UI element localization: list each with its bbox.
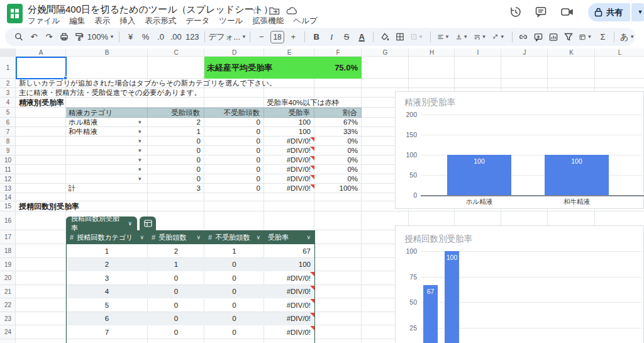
column-header-L[interactable]: L xyxy=(595,48,644,57)
semen-cell-conceived[interactable]: 0 xyxy=(148,146,201,155)
ai-cell-not-conceived[interactable]: 0 xyxy=(204,258,264,271)
row-header-21[interactable]: 21 xyxy=(0,285,16,298)
row-header-1[interactable]: 1 xyxy=(0,57,16,79)
semen-cell-rate[interactable]: #DIV/0! xyxy=(264,155,311,165)
text-rotation-icon[interactable]: ▼ xyxy=(491,30,506,44)
row-header-24[interactable]: 24 xyxy=(0,325,16,339)
star-icon[interactable]: ☆ xyxy=(252,5,260,16)
row-header-20[interactable]: 20 xyxy=(0,271,16,285)
ai-header-2[interactable]: #不受胎頭数∨ xyxy=(204,230,264,244)
menu-extensions[interactable]: 拡張機能 xyxy=(252,16,284,26)
semen-cell-category[interactable]: 計 xyxy=(69,184,76,193)
row-header-5[interactable]: 5 xyxy=(0,108,16,118)
comment-history-icon[interactable] xyxy=(535,6,547,18)
semen-cell-conceived[interactable]: 1 xyxy=(148,127,201,137)
more-formats-button[interactable]: 123 xyxy=(185,30,199,44)
ai-cell-rate[interactable]: #DIV/0! xyxy=(264,298,311,312)
category-dropdown-icon[interactable]: ▾ xyxy=(138,165,142,174)
ai-cell-conceived[interactable]: 0 xyxy=(148,325,204,339)
decrease-decimal-button[interactable]: .0 xyxy=(155,30,167,44)
ai-cell-not-conceived[interactable]: 0 xyxy=(204,298,264,312)
column-header-B[interactable]: B xyxy=(66,48,148,57)
insert-link-icon[interactable] xyxy=(517,30,530,44)
ai-cell-conceived[interactable]: 0 xyxy=(148,285,204,298)
redo-icon[interactable]: ↷ xyxy=(43,30,55,44)
undo-icon[interactable]: ↶ xyxy=(28,30,40,44)
decrease-font-size-button[interactable]: − xyxy=(255,30,268,44)
ai-cell-conceived[interactable]: 0 xyxy=(148,271,204,285)
functions-button[interactable]: Σ xyxy=(596,30,609,44)
menu-edit[interactable]: 編集 xyxy=(69,16,85,26)
semen-cell-not-conceived[interactable]: 0 xyxy=(204,118,260,127)
search-icon[interactable] xyxy=(13,30,25,44)
menu-file[interactable]: ファイル xyxy=(28,16,60,26)
semen-cell-not-conceived[interactable]: 0 xyxy=(204,155,260,165)
column-header-G[interactable]: G xyxy=(362,48,409,57)
cell-avg-value[interactable]: 75.0% xyxy=(314,57,358,79)
semen-cell-share[interactable]: 0% xyxy=(314,146,358,155)
ai-cell-not-conceived[interactable]: 0 xyxy=(204,271,264,285)
row-header-14[interactable]: 14 xyxy=(0,193,16,201)
column-header-K[interactable]: K xyxy=(548,48,595,57)
cell-avg-label[interactable]: 未経産平均受胎率 xyxy=(207,57,272,79)
ai-cell-category[interactable]: 1 xyxy=(66,244,148,258)
paint-format-icon[interactable] xyxy=(73,30,86,44)
ai-cell-conceived[interactable]: 2 xyxy=(148,244,204,258)
semen-cell-conceived[interactable]: 3 xyxy=(148,184,201,193)
version-history-icon[interactable] xyxy=(509,6,522,18)
sheets-logo-icon[interactable] xyxy=(7,4,23,23)
ai-cell-category[interactable]: 3 xyxy=(66,271,148,285)
ai-cell-category[interactable]: 4 xyxy=(66,285,148,298)
category-dropdown-icon[interactable]: ▾ xyxy=(138,137,142,146)
column-header-D[interactable]: D xyxy=(204,48,264,57)
ai-cell-rate[interactable]: #DIV/0! xyxy=(264,271,311,285)
semen-cell-rate[interactable]: #DIV/0! xyxy=(264,146,311,155)
semen-cell-not-conceived[interactable]: 0 xyxy=(204,137,260,146)
row-header-2[interactable]: 2 xyxy=(0,79,16,88)
menu-data[interactable]: データ xyxy=(186,16,209,26)
menu-format[interactable]: 表示形式 xyxy=(145,16,176,26)
semen-cell-share[interactable]: 0% xyxy=(314,137,358,146)
semen-cell-not-conceived[interactable]: 0 xyxy=(204,184,260,193)
column-header-J[interactable]: J xyxy=(501,48,548,57)
semen-cell-category[interactable]: ホル精液 xyxy=(69,118,98,127)
row-header-10[interactable]: 10 xyxy=(0,155,16,165)
font-size-input[interactable]: 18 xyxy=(270,31,284,43)
menu-help[interactable]: ヘルプ xyxy=(293,16,317,26)
semen-cell-conceived[interactable]: 2 xyxy=(148,118,201,127)
cell-section1-title[interactable]: 精液別受胎率 xyxy=(19,98,64,108)
input-method-button[interactable]: あ▼ xyxy=(619,30,635,44)
borders-icon[interactable] xyxy=(394,30,406,44)
column-header-C[interactable]: C xyxy=(148,48,204,57)
insert-comment-icon[interactable] xyxy=(532,30,545,44)
ai-cell-rate[interactable]: #DIV/0! xyxy=(264,285,311,298)
row-header-3[interactable]: 3 xyxy=(0,88,16,98)
insert-chart-icon[interactable] xyxy=(547,30,560,44)
zoom-select[interactable]: 100%▼ xyxy=(88,30,114,44)
ai-cell-not-conceived[interactable]: 1 xyxy=(204,244,264,258)
menu-view[interactable]: 表示 xyxy=(94,16,110,26)
row-header-8[interactable]: 8 xyxy=(0,137,16,146)
cell-section2-title[interactable]: 授精回数別受胎率 xyxy=(19,201,79,211)
meet-dropdown-caret-icon[interactable]: ▼ xyxy=(569,9,581,22)
semen-header-0[interactable]: 精液カテゴリ xyxy=(66,108,148,118)
column-header-I[interactable]: I xyxy=(455,48,501,57)
category-dropdown-icon[interactable]: ▾ xyxy=(138,155,142,165)
menu-tools[interactable]: ツール xyxy=(219,16,243,26)
column-header-H[interactable]: H xyxy=(409,48,455,57)
ai-cell-category[interactable]: 5 xyxy=(66,298,148,312)
row-header-19[interactable]: 19 xyxy=(0,258,16,271)
semen-header-3[interactable]: 受胎率 xyxy=(264,108,314,118)
semen-cell-rate[interactable]: #DIV/0! xyxy=(264,137,311,146)
print-icon[interactable] xyxy=(58,30,70,44)
row-header-9[interactable]: 9 xyxy=(0,146,16,155)
increase-font-size-button[interactable]: + xyxy=(287,30,299,44)
row-header-17[interactable]: 17 xyxy=(0,230,16,244)
ai-cell-rate[interactable]: #DIV/0! xyxy=(264,312,311,325)
category-dropdown-icon[interactable]: ▾ xyxy=(138,127,142,137)
ai-cell-category[interactable]: 2 xyxy=(66,258,148,271)
row-header-11[interactable]: 11 xyxy=(0,165,16,174)
text-color-button[interactable]: A xyxy=(355,30,368,44)
table-chip[interactable]: 授精回数別受胎率 ∨ xyxy=(66,216,137,230)
selected-cell-outline[interactable] xyxy=(16,57,67,79)
